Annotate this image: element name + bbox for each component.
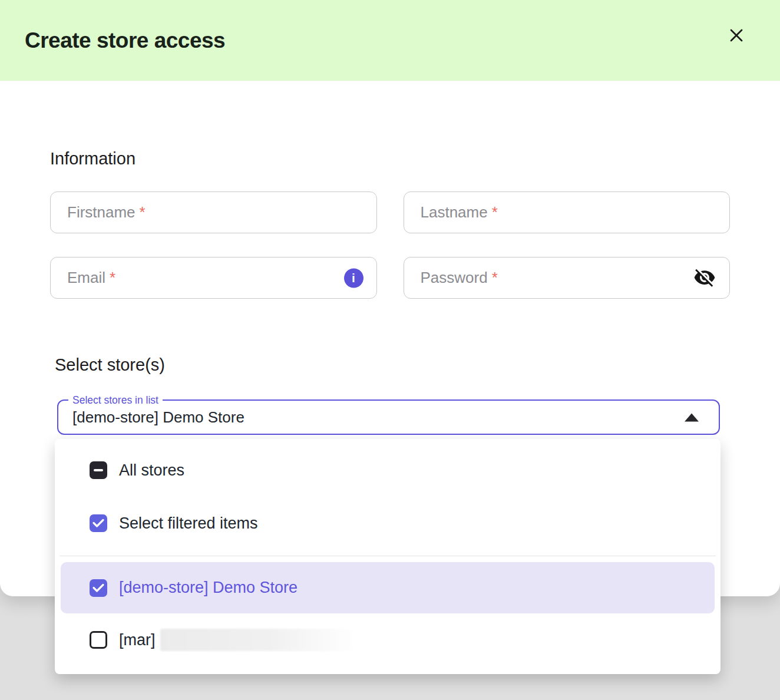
email-placeholder: Email xyxy=(67,269,105,287)
info-icon[interactable]: i xyxy=(344,268,363,288)
information-form: Firstname* Lastname* Email* i Password* xyxy=(50,191,730,299)
close-button[interactable] xyxy=(725,24,748,47)
toggle-password-visibility-button[interactable] xyxy=(693,266,716,290)
password-field[interactable]: Password* xyxy=(404,257,731,299)
store-select-label: Select stores in list xyxy=(68,394,163,406)
menu-item-select-filtered-items[interactable]: Select filtered items xyxy=(55,497,720,550)
store-select-value: [demo-store] Demo Store xyxy=(72,408,244,427)
firstname-field[interactable]: Firstname* xyxy=(50,191,377,233)
information-heading: Information xyxy=(50,148,730,169)
required-asterisk: * xyxy=(140,203,146,222)
store-select[interactable]: Select stores in list [demo-store] Demo … xyxy=(57,399,720,435)
menu-item-demo-store[interactable]: [demo-store] Demo Store xyxy=(61,562,715,613)
select-stores-heading: Select store(s) xyxy=(50,355,730,375)
minus-icon xyxy=(94,469,103,471)
close-icon xyxy=(727,26,746,45)
check-icon xyxy=(91,516,105,530)
lastname-field[interactable]: Lastname* xyxy=(404,191,731,233)
menu-item-label: Select filtered items xyxy=(119,514,258,533)
eye-off-icon xyxy=(693,266,716,289)
menu-divider xyxy=(60,556,716,556)
dialog-body: Information Firstname* Lastname* Email* … xyxy=(0,148,780,435)
checked-checkbox[interactable] xyxy=(90,579,107,597)
redacted-text xyxy=(160,629,357,651)
indeterminate-checkbox[interactable] xyxy=(90,461,107,479)
required-asterisk: * xyxy=(492,203,498,222)
dialog-title: Create store access xyxy=(25,28,225,53)
menu-item-label: All stores xyxy=(119,461,184,480)
menu-item-all-stores[interactable]: All stores xyxy=(55,444,720,497)
firstname-placeholder: Firstname xyxy=(67,203,135,222)
chevron-up-icon xyxy=(685,414,699,422)
password-placeholder: Password xyxy=(421,269,488,287)
checked-checkbox[interactable] xyxy=(90,514,107,532)
email-field[interactable]: Email* i xyxy=(50,257,377,299)
unchecked-checkbox[interactable] xyxy=(90,631,107,649)
lastname-placeholder: Lastname xyxy=(421,203,488,222)
menu-item-mar[interactable]: [mar] xyxy=(55,613,720,666)
menu-item-label: [demo-store] Demo Store xyxy=(119,579,298,597)
menu-item-label: [mar] xyxy=(119,631,156,649)
dialog-header: Create store access xyxy=(0,0,780,81)
required-asterisk: * xyxy=(110,269,115,287)
store-dropdown-menu: All stores Select filtered items [demo-s… xyxy=(55,439,720,674)
required-asterisk: * xyxy=(492,269,498,287)
check-icon xyxy=(91,581,105,595)
